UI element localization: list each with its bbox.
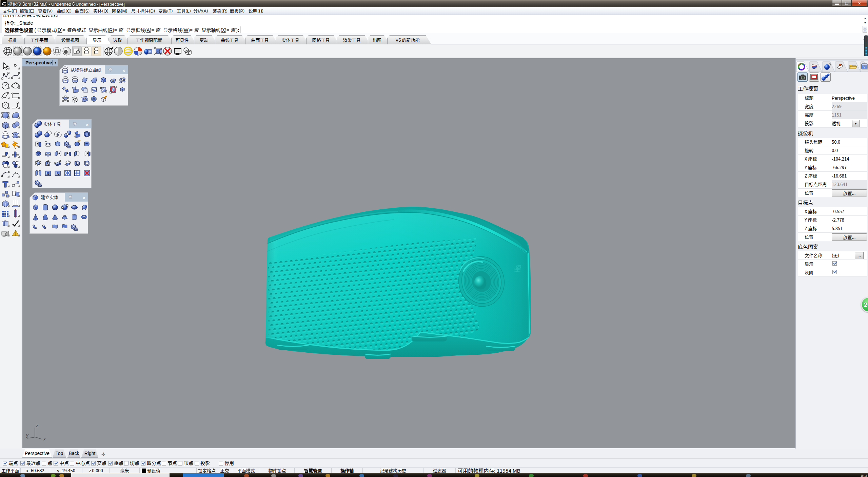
- svg-text:6: 6: [4, 4, 6, 6]
- svg-text:?: ?: [863, 65, 865, 69]
- svg-text:x: x: [43, 436, 46, 441]
- svg-text:z: z: [36, 424, 38, 428]
- svg-text:Hisi: Hisi: [512, 264, 523, 272]
- svg-text:y: y: [26, 433, 29, 438]
- svg-text:UV: UV: [83, 98, 87, 101]
